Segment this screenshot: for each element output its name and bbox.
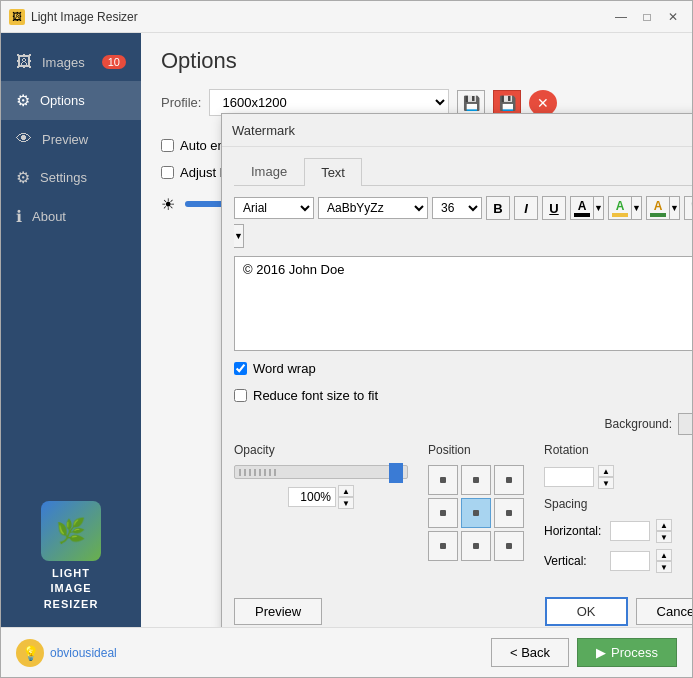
brand-text: obviousideal	[50, 646, 117, 660]
pos-btn-top-center[interactable]	[461, 465, 491, 495]
font-select[interactable]: Arial Times New Roman Verdana	[234, 197, 314, 219]
images-badge: 10	[102, 55, 126, 69]
font-size-select[interactable]: 36 12 24 48 72	[432, 197, 482, 219]
highlight-color-dropdown[interactable]: ▼	[632, 196, 642, 220]
reduce-font-checkbox[interactable]	[234, 389, 247, 402]
profile-row: Profile: 1600x1200 1024x768 800x600 Cust…	[161, 89, 672, 116]
horizontal-value-input[interactable]: 0	[610, 521, 650, 541]
pos-btn-bottom-center[interactable]	[461, 531, 491, 561]
sidebar: 🖼 Images 10 ⚙ Options 👁 Preview ⚙ Set	[1, 33, 141, 627]
minimize-button[interactable]: —	[610, 6, 632, 28]
vertical-up-button[interactable]: ▲	[656, 549, 672, 561]
sidebar-item-about[interactable]: ℹ About	[1, 197, 141, 236]
title-bar: 🖼 Light Image Resizer — □ ✕	[1, 1, 692, 33]
text-bg-color-button[interactable]: A	[646, 196, 670, 220]
rotation-up-button[interactable]: ▲	[598, 465, 614, 477]
pos-btn-bottom-right[interactable]	[494, 531, 524, 561]
modal-cancel-button[interactable]: Cancel	[636, 598, 692, 625]
tab-text[interactable]: Text	[304, 158, 362, 186]
process-label: Process	[611, 645, 658, 660]
font-color-button[interactable]: A	[570, 196, 594, 220]
opacity-thumb[interactable]	[389, 463, 403, 483]
word-wrap-checkbox[interactable]	[234, 362, 247, 375]
opacity-value-row: ▲ ▼	[234, 485, 408, 509]
font-color-dropdown[interactable]: ▼	[594, 196, 604, 220]
sidebar-label-preview: Preview	[42, 132, 88, 147]
horizontal-up-button[interactable]: ▲	[656, 519, 672, 531]
vertical-label: Vertical:	[544, 554, 604, 568]
rotation-value-input[interactable]: 0,0°	[544, 467, 594, 487]
sidebar-nav: 🖼 Images 10 ⚙ Options 👁 Preview ⚙ Set	[1, 33, 141, 481]
brand-name-ideal: ideal	[91, 646, 116, 660]
rotation-title: Rotation	[544, 443, 692, 457]
profile-label: Profile:	[161, 95, 201, 110]
brand-area: 💡 obviousideal	[16, 639, 117, 667]
tab-bar: Image Text	[234, 157, 692, 186]
sidebar-label-settings: Settings	[40, 170, 87, 185]
background-color-box[interactable]	[678, 413, 692, 435]
profile-select[interactable]: 1600x1200 1024x768 800x600 Custom	[209, 89, 449, 116]
pos-btn-top-right[interactable]	[494, 465, 524, 495]
vertical-spinners: ▲ ▼	[656, 549, 672, 573]
back-button[interactable]: < Back	[491, 638, 569, 667]
background-label: Background:	[605, 417, 672, 431]
auto-enhance-checkbox[interactable]	[161, 139, 174, 152]
pos-btn-top-left[interactable]	[428, 465, 458, 495]
profile-save-button[interactable]: 💾	[493, 90, 521, 116]
horizontal-spinners: ▲ ▼	[656, 519, 672, 543]
opacity-down-button[interactable]: ▼	[338, 497, 354, 509]
settings-icon: ⚙	[16, 168, 30, 187]
pos-btn-bottom-left[interactable]	[428, 531, 458, 561]
highlight-color-button[interactable]: A	[608, 196, 632, 220]
profile-load-button[interactable]: 💾	[457, 90, 485, 116]
process-button[interactable]: ▶ Process	[577, 638, 677, 667]
pos-btn-middle-right[interactable]	[494, 498, 524, 528]
horizontal-down-button[interactable]: ▼	[656, 531, 672, 543]
app-title: Light Image Resizer	[31, 10, 610, 24]
flag-dropdown[interactable]: ▼	[234, 224, 244, 248]
background-row: Background:	[234, 413, 692, 435]
sidebar-label-images: Images	[42, 55, 85, 70]
text-bg-color-dropdown[interactable]: ▼	[670, 196, 680, 220]
preview-icon: 👁	[16, 130, 32, 148]
sidebar-item-preview[interactable]: 👁 Preview	[1, 120, 141, 158]
vertical-down-button[interactable]: ▼	[656, 561, 672, 573]
text-toolbar: Arial Times New Roman Verdana AaBbYyZz 3…	[234, 196, 692, 248]
adjust-brightness-checkbox[interactable]	[161, 166, 174, 179]
page-title: Options	[161, 48, 672, 74]
opacity-up-button[interactable]: ▲	[338, 485, 354, 497]
watermark-modal: Watermark ✕ Image Text Arial Times New R…	[221, 113, 692, 627]
maximize-button[interactable]: □	[636, 6, 658, 28]
profile-delete-button[interactable]: ✕	[529, 90, 557, 116]
tab-image[interactable]: Image	[234, 157, 304, 185]
italic-button[interactable]: I	[514, 196, 538, 220]
logo-text: LIGHTIMAGERESIZER	[44, 566, 99, 612]
modal-preview-button[interactable]: Preview	[234, 598, 322, 625]
watermark-text-area[interactable]: © 2016 John Doe	[235, 257, 692, 347]
underline-button[interactable]: U	[542, 196, 566, 220]
rotation-row: 0,0° ▲ ▼	[544, 465, 692, 489]
vertical-value-input[interactable]: 0	[610, 551, 650, 571]
brand-name-obvious: obvious	[50, 646, 91, 660]
preview-text-select[interactable]: AaBbYyZz	[318, 197, 428, 219]
word-wrap-row: Word wrap	[234, 359, 692, 378]
brand-icon: 💡	[16, 639, 44, 667]
sidebar-item-images[interactable]: 🖼 Images 10	[1, 43, 141, 81]
sidebar-item-options[interactable]: ⚙ Options	[1, 81, 141, 120]
sidebar-item-settings[interactable]: ⚙ Settings	[1, 158, 141, 197]
reduce-font-label: Reduce font size to fit	[253, 388, 378, 403]
flag-button[interactable]: 🏴	[684, 196, 692, 220]
opacity-track[interactable]	[234, 465, 408, 479]
close-button[interactable]: ✕	[662, 6, 684, 28]
rotation-down-button[interactable]: ▼	[598, 477, 614, 489]
position-section: Position	[428, 443, 524, 579]
bold-button[interactable]: B	[486, 196, 510, 220]
pos-btn-center[interactable]	[461, 498, 491, 528]
horizontal-spacing-row: Horizontal: 0 ▲ ▼	[544, 519, 692, 543]
modal-checkboxes: Word wrap Reduce font size to fit	[234, 359, 692, 405]
opacity-value-input[interactable]	[288, 487, 336, 507]
modal-ok-button[interactable]: OK	[545, 597, 628, 626]
main-content: Options Profile: 1600x1200 1024x768 800x…	[141, 33, 692, 627]
pos-btn-middle-left[interactable]	[428, 498, 458, 528]
modal-title: Watermark	[232, 123, 692, 138]
